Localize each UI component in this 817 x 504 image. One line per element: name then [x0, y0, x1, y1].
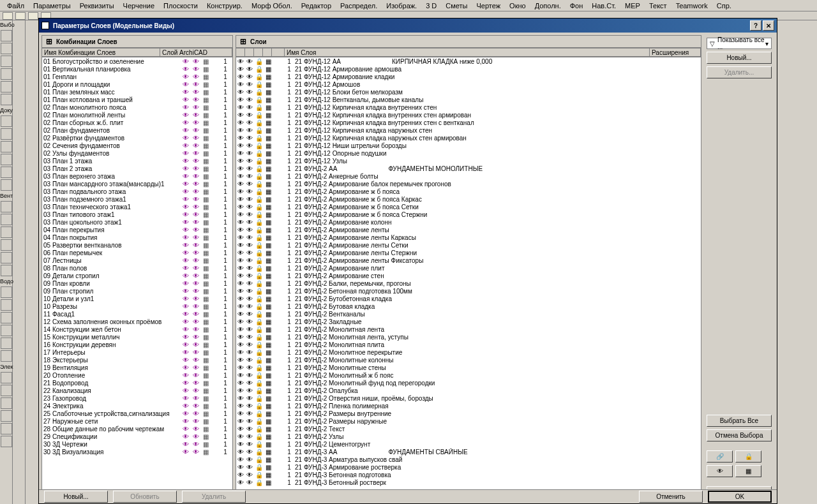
eye-icon[interactable]: 👁: [237, 311, 244, 318]
tool-button[interactable]: [1, 410, 12, 422]
lock-icon[interactable]: ▦: [203, 280, 211, 286]
lock-icon[interactable]: 🔒: [255, 326, 263, 333]
lock-icon[interactable]: ▦: [203, 173, 211, 179]
eye-icon[interactable]: 👁: [237, 249, 244, 256]
lock-icon[interactable]: 🔒: [255, 96, 263, 103]
eye-icon[interactable]: 👁: [246, 471, 253, 478]
eye-icon[interactable]: 👁: [246, 135, 253, 142]
combo-row[interactable]: 28 Общие данные по рабочим чертежам 👁 👁 …: [42, 425, 232, 433]
eye-icon[interactable]: 👁: [246, 288, 253, 295]
combo-row[interactable]: 01 План котлована и траншей 👁 👁 ▦ 1: [42, 96, 232, 103]
combo-row[interactable]: 02 План монолитной ленты 👁 👁 ▦ 1: [42, 111, 232, 119]
eye-icon[interactable]: 👁: [237, 119, 244, 126]
eye-icon[interactable]: 👁: [237, 280, 244, 287]
combo-row[interactable]: 06 План перемычек 👁 👁 ▦ 1: [42, 249, 232, 256]
eye-icon[interactable]: 👁: [183, 318, 190, 325]
layer-row[interactable]: 👁 👁 🔒 ▦ 1 21 ФУНД-2 Монолитная лента: [236, 325, 701, 333]
eye-icon[interactable]: 👁: [193, 448, 200, 455]
menu-item[interactable]: Чертеж: [472, 2, 506, 10]
eye-icon[interactable]: 👁: [246, 456, 253, 463]
wireframe-icon-button[interactable]: ▦: [735, 465, 761, 477]
lock-icon[interactable]: 🔒: [255, 257, 263, 264]
col-archicad[interactable]: Слой ArchiCAD: [160, 48, 232, 56]
eye-icon[interactable]: 👁: [237, 242, 244, 249]
tool-button[interactable]: [1, 265, 12, 276]
lock-icon[interactable]: ▦: [203, 204, 211, 210]
layer-row[interactable]: 👁 👁 🔒 ▦ 1 21 ФУНД-2 Балки, перемычки, пр…: [236, 279, 701, 287]
wireframe-icon[interactable]: ▦: [266, 372, 271, 379]
lock-icon[interactable]: ▦: [203, 165, 211, 172]
eye-icon[interactable]: 👁: [183, 403, 190, 409]
eye-icon[interactable]: 👁: [246, 334, 253, 341]
combo-row[interactable]: 03 План технического этажа1 👁 👁 ▦ 1: [42, 203, 232, 211]
lock-icon[interactable]: 🔒: [255, 81, 263, 88]
eye-icon[interactable]: 👁: [193, 341, 200, 348]
menu-item[interactable]: Конструир.: [202, 2, 247, 10]
help-button[interactable]: ?: [750, 20, 761, 31]
eye-icon[interactable]: 👁: [193, 249, 200, 256]
lock-icon[interactable]: ▦: [203, 58, 211, 64]
wireframe-icon[interactable]: ▦: [266, 204, 271, 211]
layer-row[interactable]: 👁 👁 🔒 ▦ 1 21 ФУНД-12 Армирование кладки: [236, 73, 701, 80]
eye-icon[interactable]: 👁: [246, 448, 253, 456]
lock-icon[interactable]: 🔒: [255, 58, 263, 65]
lock-icon[interactable]: 🔒: [255, 280, 263, 287]
eye-icon[interactable]: 👁: [183, 173, 190, 179]
tool-button[interactable]: [1, 252, 12, 263]
lock-icon[interactable]: 🔒: [255, 372, 263, 379]
eye-icon[interactable]: 👁: [237, 479, 244, 486]
layer-row[interactable]: 👁 👁 🔒 ▦ 1 21 ФУНД-2 Вентканалы: [236, 310, 701, 318]
menu-item[interactable]: Распредел.: [336, 2, 382, 10]
eye-icon[interactable]: 👁: [193, 326, 200, 332]
lock-icon[interactable]: 🔒: [255, 403, 263, 410]
lock-icon[interactable]: 🔒: [255, 127, 263, 134]
eye-icon[interactable]: 👁: [183, 81, 190, 87]
layer-row[interactable]: 👁 👁 🔒 ▦ 1 21 ФУНД-2 Размеры наружные: [236, 417, 701, 425]
lock-icon[interactable]: ▦: [203, 211, 211, 218]
eye-icon[interactable]: 👁: [193, 234, 200, 241]
eye-icon[interactable]: 👁: [246, 219, 253, 226]
wireframe-icon[interactable]: ▦: [266, 387, 271, 394]
wireframe-icon[interactable]: ▦: [266, 272, 271, 279]
lock-icon[interactable]: ▦: [203, 349, 211, 355]
eye-icon[interactable]: 👁: [246, 426, 253, 433]
lock-icon[interactable]: ▦: [203, 410, 211, 417]
col-icon[interactable]: [263, 48, 272, 56]
eye-icon[interactable]: 👁: [183, 142, 190, 149]
combo-row[interactable]: 08 План полов 👁 👁 ▦ 1: [42, 264, 232, 272]
eye-icon[interactable]: 👁: [237, 456, 244, 463]
eye-icon[interactable]: 👁: [246, 211, 253, 218]
wireframe-icon[interactable]: ▦: [266, 119, 271, 126]
menu-item[interactable]: Плоскости: [159, 2, 202, 10]
wireframe-icon[interactable]: ▦: [266, 471, 271, 478]
layer-row[interactable]: 👁 👁 🔒 ▦ 1 21 ФУНД-2 Армирование ленты Ка…: [236, 233, 701, 241]
eye-icon[interactable]: 👁: [246, 127, 253, 134]
combo-row[interactable]: 21 Водопровод 👁 👁 ▦ 1: [42, 379, 232, 387]
eye-icon[interactable]: 👁: [183, 272, 190, 279]
lock-icon[interactable]: ▦: [203, 341, 211, 348]
eye-icon[interactable]: 👁: [237, 272, 244, 279]
lock-icon[interactable]: 🔒: [255, 66, 263, 73]
eye-icon[interactable]: 👁: [237, 357, 244, 364]
eye-icon[interactable]: 👁: [193, 318, 200, 325]
wireframe-icon[interactable]: ▦: [266, 280, 271, 287]
wireframe-icon[interactable]: ▦: [266, 418, 271, 425]
lock-icon[interactable]: ▦: [203, 66, 211, 72]
lock-icon[interactable]: ▦: [203, 334, 211, 340]
tool-button[interactable]: [1, 128, 12, 140]
lock-icon[interactable]: 🔒: [255, 311, 263, 318]
eye-icon[interactable]: 👁: [246, 433, 253, 440]
combo-row[interactable]: 02 План фундаментов 👁 👁 ▦ 1: [42, 126, 232, 134]
eye-icon[interactable]: 👁: [183, 341, 190, 348]
layer-row[interactable]: 👁 👁 🔒 ▦ 1 21 ФУНД-3 Арматура выпусков св…: [236, 456, 701, 463]
eye-icon[interactable]: 👁: [193, 173, 200, 179]
combo-row[interactable]: 18 Экстерьеры 👁 👁 ▦ 1: [42, 356, 232, 364]
tool-button[interactable]: [1, 167, 12, 178]
lock-icon[interactable]: ▦: [203, 272, 211, 279]
eye-icon[interactable]: 👁: [246, 303, 253, 310]
eye-icon[interactable]: 👁: [193, 211, 200, 218]
wireframe-icon[interactable]: ▦: [266, 395, 271, 402]
layer-row[interactable]: 👁 👁 🔒 ▦ 1 21 ФУНД-12 Узлы: [236, 157, 701, 165]
lock-icon[interactable]: ▦: [203, 188, 211, 195]
eye-icon[interactable]: 👁: [246, 464, 253, 471]
